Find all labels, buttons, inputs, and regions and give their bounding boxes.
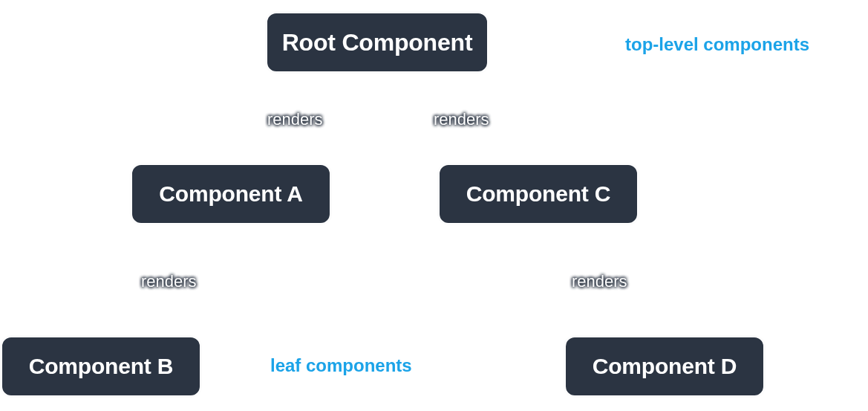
- diagram-canvas: Root Component Component A Component C C…: [0, 0, 868, 411]
- node-component-d: Component D: [564, 336, 765, 397]
- node-component-c: Component C: [438, 164, 639, 224]
- node-b-label: Component B: [29, 354, 173, 379]
- edge-label-root-c: renders: [434, 110, 489, 129]
- node-root: Root Component: [266, 12, 489, 73]
- edge-label-root-a: renders: [267, 110, 323, 129]
- node-a-label: Component A: [159, 181, 302, 207]
- node-c-label: Component C: [466, 181, 610, 207]
- node-d-label: Component D: [593, 354, 737, 379]
- edge-root-c: [377, 88, 538, 164]
- node-root-label: Root Component: [282, 29, 473, 56]
- annotation-top-level: top-level components: [625, 34, 809, 55]
- edge-label-c-d: renders: [572, 272, 627, 291]
- edge-a-b: [101, 224, 232, 336]
- node-component-b: Component B: [1, 336, 201, 397]
- edge-root-a: [232, 88, 377, 164]
- annotation-leaf: leaf components: [270, 355, 412, 376]
- edge-label-a-b: renders: [141, 272, 197, 291]
- edge-c-d: [538, 224, 665, 336]
- node-component-a: Component A: [131, 164, 331, 224]
